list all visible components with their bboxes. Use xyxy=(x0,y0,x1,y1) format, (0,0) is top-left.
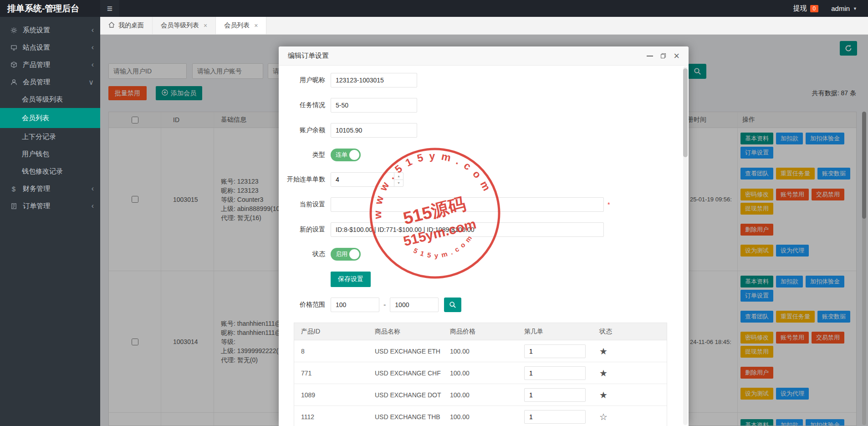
topbar: 排单系统-管理后台 ≡ 提现 0 admin ▼ xyxy=(0,0,868,17)
header-status: 状态 xyxy=(592,328,667,336)
sidebar-item-member-list[interactable]: 会员列表 xyxy=(0,108,100,128)
sidebar-item-finance-management[interactable]: $ 财务管理 ‹ xyxy=(0,180,100,197)
dialog-title: 编辑订单设置 xyxy=(288,51,329,60)
dialog-scrollbar-thumb[interactable] xyxy=(683,68,688,157)
withdraw-label: 提现 xyxy=(793,4,807,13)
toggle-knob xyxy=(349,249,359,259)
list-icon xyxy=(9,203,18,210)
tabbar: 我的桌面 会员等级列表 × 会员列表 × xyxy=(100,17,868,35)
topbar-right: 提现 0 admin ▼ xyxy=(793,4,868,13)
current-setting-field[interactable] xyxy=(331,197,604,212)
stepper-down-icon[interactable]: ▼ xyxy=(394,180,403,187)
monitor-icon xyxy=(9,44,18,51)
star-icon[interactable]: ☆ xyxy=(599,412,608,422)
sidebar-subitem-label: 会员列表 xyxy=(22,114,49,123)
product-id: 1112 xyxy=(294,413,368,421)
type-label: 类型 xyxy=(279,151,331,159)
product-name: USD EXCHANGE DOT xyxy=(368,391,443,399)
close-icon[interactable]: × xyxy=(254,22,258,29)
sidebar-item-wallet-logs[interactable]: 钱包修改记录 xyxy=(0,163,100,180)
minimize-icon[interactable] xyxy=(647,56,653,56)
sidebar: 系统设置 ‹ 站点设置 ‹ 产品管理 ‹ 会员管理 ∨ 会员等级列表 会员列表 … xyxy=(0,17,100,426)
order-number-field[interactable] xyxy=(524,366,586,380)
home-icon xyxy=(108,22,115,29)
status-toggle[interactable]: 启用 xyxy=(331,248,361,261)
nickname-field[interactable] xyxy=(331,73,417,87)
start-count-label: 开始连单单数 xyxy=(279,175,331,184)
sidebar-item-order-management[interactable]: 订单管理 ‹ xyxy=(0,197,100,215)
close-icon[interactable]: × xyxy=(674,51,679,61)
nickname-label: 用户昵称 xyxy=(279,76,331,84)
dialog-titlebar[interactable]: 编辑订单设置 × xyxy=(279,46,689,66)
order-number-field[interactable] xyxy=(524,410,586,424)
task-status-label: 任务情况 xyxy=(279,101,331,109)
tab-label: 会员列表 xyxy=(224,21,250,30)
toggle-knob xyxy=(349,150,359,160)
username: admin xyxy=(831,5,850,12)
maximize-icon[interactable] xyxy=(660,53,666,59)
sidebar-subitem-label: 会员等级列表 xyxy=(22,95,63,104)
chevron-left-icon: ‹ xyxy=(92,185,94,193)
sidebar-item-system-settings[interactable]: 系统设置 ‹ xyxy=(0,21,100,39)
product-price: 100.00 xyxy=(443,370,517,377)
search-icon xyxy=(449,301,456,308)
hamburger-icon[interactable]: ≡ xyxy=(100,0,119,17)
sidebar-item-label: 会员管理 xyxy=(23,78,50,87)
sidebar-item-updown-records[interactable]: 上下分记录 xyxy=(0,128,100,145)
chevron-left-icon: ‹ xyxy=(92,61,94,69)
withdraw-link[interactable]: 提现 0 xyxy=(793,4,819,13)
star-icon[interactable]: ★ xyxy=(599,346,608,356)
sidebar-subitem-label: 钱包修改记录 xyxy=(22,167,63,176)
balance-label: 账户余额 xyxy=(279,126,331,134)
product-id: 8 xyxy=(294,348,368,355)
stepper-up-icon[interactable]: ▲ xyxy=(394,173,403,180)
price-search-button[interactable] xyxy=(444,298,461,312)
tab-desktop[interactable]: 我的桌面 xyxy=(100,17,153,34)
product-name: USD EXCHANGE CHF xyxy=(368,370,443,377)
product-id: 771 xyxy=(294,370,368,377)
type-toggle[interactable]: 连单 xyxy=(331,149,361,161)
product-table: 产品ID 商品名称 商品价格 第几单 状态 8 USD EXCHANGE ETH… xyxy=(294,323,667,426)
status-label: 状态 xyxy=(279,250,331,258)
star-icon[interactable]: ★ xyxy=(599,390,608,400)
start-count-field[interactable] xyxy=(331,173,394,186)
toggle-label: 启用 xyxy=(336,250,347,258)
chevron-left-icon: ‹ xyxy=(92,202,94,210)
sidebar-item-site-settings[interactable]: 站点设置 ‹ xyxy=(0,39,100,56)
task-status-field[interactable] xyxy=(331,98,417,113)
chevron-down-icon: ∨ xyxy=(88,78,94,87)
new-setting-field[interactable] xyxy=(331,222,604,237)
sidebar-item-member-levels[interactable]: 会员等级列表 xyxy=(0,91,100,108)
sidebar-item-label: 站点设置 xyxy=(23,43,50,52)
user-icon xyxy=(9,79,18,86)
order-number-field[interactable] xyxy=(524,344,586,358)
save-settings-button[interactable]: 保存设置 xyxy=(331,272,371,287)
product-id: 1089 xyxy=(294,391,368,399)
sidebar-item-member-management[interactable]: 会员管理 ∨ xyxy=(0,73,100,91)
sidebar-item-user-wallet[interactable]: 用户钱包 xyxy=(0,145,100,163)
sidebar-item-product-management[interactable]: 产品管理 ‹ xyxy=(0,56,100,73)
tab-member-levels[interactable]: 会员等级列表 × xyxy=(153,17,216,34)
start-count-stepper[interactable]: ▲ ▼ xyxy=(331,172,403,187)
close-icon[interactable]: × xyxy=(204,22,207,29)
app-title: 排单系统-管理后台 xyxy=(0,3,100,15)
price-max-field[interactable] xyxy=(390,298,439,312)
sidebar-item-label: 订单管理 xyxy=(23,202,50,210)
tab-member-list[interactable]: 会员列表 × xyxy=(216,17,266,34)
withdraw-badge: 0 xyxy=(810,5,819,12)
caret-down-icon: ▼ xyxy=(853,6,857,11)
product-table-header: 产品ID 商品名称 商品价格 第几单 状态 xyxy=(294,323,667,340)
header-product-id: 产品ID xyxy=(294,328,368,336)
price-min-field[interactable] xyxy=(331,298,379,312)
sidebar-subitem-label: 上下分记录 xyxy=(22,133,56,141)
user-menu[interactable]: admin ▼ xyxy=(831,5,857,12)
order-number-field[interactable] xyxy=(524,388,586,402)
gear-icon xyxy=(9,27,18,34)
dialog-body: 用户昵称 任务情况 账户余额 类型 连单 开始连单单数 xyxy=(279,66,689,426)
dialog-scrollbar[interactable] xyxy=(683,67,688,425)
balance-field[interactable] xyxy=(331,123,417,138)
new-setting-label: 新的设置 xyxy=(279,226,331,234)
star-icon[interactable]: ★ xyxy=(599,368,608,378)
edit-order-settings-dialog: 编辑订单设置 × 用户昵称 任务情况 账户余额 类型 xyxy=(279,46,689,426)
box-icon xyxy=(9,62,18,68)
